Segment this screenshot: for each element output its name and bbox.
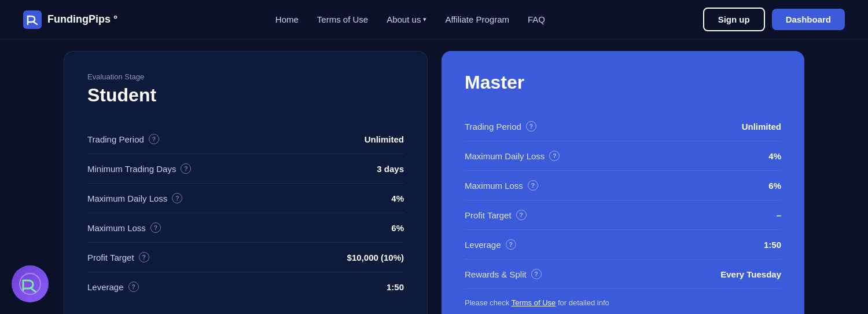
student-max-loss-value: 6%: [391, 223, 404, 233]
master-max-loss-help-icon[interactable]: ?: [528, 180, 538, 191]
master-profit-target-label: Profit Target ?: [465, 210, 527, 220]
master-max-loss-row: Maximum Loss ? 6%: [465, 171, 781, 200]
student-min-trading-days-label: Minimum Trading Days ?: [87, 163, 191, 174]
header-actions: Sign up Dashboard: [703, 8, 845, 31]
student-profit-target-label: Profit Target ?: [87, 252, 149, 262]
master-leverage-value: 1:50: [764, 240, 781, 250]
master-rewards-split-label: Rewards & Split ?: [465, 269, 542, 279]
master-leverage-help-icon[interactable]: ?: [506, 239, 516, 250]
master-leverage-row: Leverage ? 1:50: [465, 230, 781, 260]
nav-about-us[interactable]: About us ▾: [387, 14, 426, 24]
student-leverage-label: Leverage ?: [87, 282, 139, 292]
master-max-daily-loss-value: 4%: [768, 151, 781, 161]
student-card: Evaluation Stage Student Trading Period …: [64, 51, 428, 314]
student-trading-period-row: Trading Period ? Unlimited: [87, 125, 404, 154]
master-max-loss-value: 6%: [768, 181, 781, 191]
student-leverage-row: Leverage ? 1:50: [87, 272, 404, 301]
nav-affiliate-program[interactable]: Affiliate Program: [445, 14, 509, 24]
master-max-loss-label: Maximum Loss ?: [465, 180, 538, 191]
student-stage-label: Evaluation Stage: [87, 72, 404, 81]
student-trading-period-label: Trading Period ?: [87, 134, 159, 144]
master-card: Master Trading Period ? Unlimited Maximu…: [442, 51, 804, 314]
master-profit-target-help-icon[interactable]: ?: [516, 210, 527, 220]
student-trading-period-value: Unlimited: [365, 134, 404, 144]
master-rewards-split-help-icon[interactable]: ?: [531, 269, 542, 279]
master-max-daily-loss-row: Maximum Daily Loss ? 4%: [465, 141, 781, 171]
logo[interactable]: FundingPips °: [23, 10, 117, 29]
main-content: Evaluation Stage Student Trading Period …: [0, 39, 868, 314]
master-card-title: Master: [465, 72, 781, 93]
student-trading-period-help-icon[interactable]: ?: [149, 134, 159, 144]
student-max-daily-loss-label: Maximum Daily Loss ?: [87, 193, 182, 203]
master-footer-note: Please check Terms of Use for detailed i…: [465, 289, 781, 307]
master-leverage-label: Leverage ?: [465, 239, 516, 250]
nav-faq[interactable]: FAQ: [528, 14, 545, 24]
master-trading-period-label: Trading Period ?: [465, 121, 536, 132]
student-min-trading-days-row: Minimum Trading Days ? 3 days: [87, 154, 404, 184]
student-card-title: Student: [87, 85, 404, 106]
student-profit-target-row: Profit Target ? $10,000 (10%): [87, 243, 404, 272]
nav-home[interactable]: Home: [275, 14, 299, 24]
master-rewards-split-value: Every Tuesday: [720, 269, 781, 279]
logo-text: FundingPips °: [47, 13, 117, 25]
student-max-daily-loss-value: 4%: [391, 193, 404, 203]
student-leverage-value: 1:50: [387, 282, 404, 292]
signup-button[interactable]: Sign up: [703, 8, 765, 31]
terms-of-use-link[interactable]: Terms of Use: [512, 298, 556, 307]
master-trading-period-value: Unlimited: [742, 122, 781, 132]
master-profit-target-value: –: [777, 210, 781, 220]
master-trading-period-row: Trading Period ? Unlimited: [465, 112, 781, 141]
master-profit-target-row: Profit Target ? –: [465, 200, 781, 230]
master-rewards-split-row: Rewards & Split ? Every Tuesday: [465, 260, 781, 289]
svg-rect-0: [23, 10, 42, 29]
main-nav: Home Terms of Use About us ▾ Affiliate P…: [275, 14, 545, 24]
master-max-daily-loss-label: Maximum Daily Loss ?: [465, 151, 560, 161]
dashboard-button[interactable]: Dashboard: [772, 9, 845, 30]
master-max-daily-loss-help-icon[interactable]: ?: [549, 151, 560, 161]
student-min-trading-days-value: 3 days: [377, 164, 404, 174]
avatar-icon[interactable]: [12, 265, 49, 302]
student-max-daily-loss-row: Maximum Daily Loss ? 4%: [87, 184, 404, 213]
about-us-chevron-icon: ▾: [423, 16, 426, 23]
student-min-trading-days-help-icon[interactable]: ?: [181, 163, 191, 174]
nav-terms-of-use[interactable]: Terms of Use: [317, 14, 368, 24]
header: FundingPips ° Home Terms of Use About us…: [0, 0, 868, 39]
student-max-loss-label: Maximum Loss ?: [87, 222, 161, 233]
master-trading-period-help-icon[interactable]: ?: [526, 121, 536, 132]
student-leverage-help-icon[interactable]: ?: [128, 282, 139, 292]
student-profit-target-value: $10,000 (10%): [347, 253, 404, 262]
student-max-loss-help-icon[interactable]: ?: [150, 222, 161, 233]
student-max-daily-loss-help-icon[interactable]: ?: [172, 193, 182, 203]
student-profit-target-help-icon[interactable]: ?: [139, 252, 149, 262]
student-max-loss-row: Maximum Loss ? 6%: [87, 213, 404, 243]
